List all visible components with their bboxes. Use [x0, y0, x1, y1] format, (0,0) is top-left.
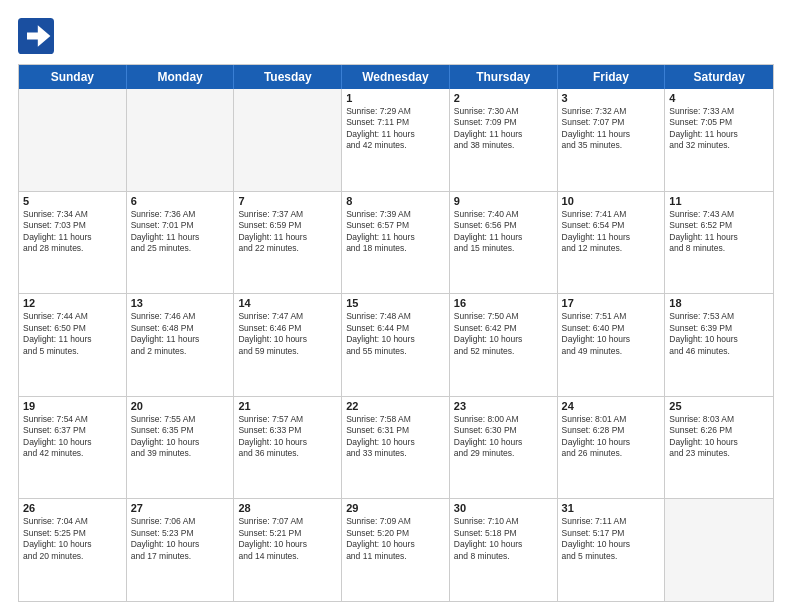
cell-line-2: Daylight: 10 hours — [562, 437, 661, 448]
cell-line-3: and 5 minutes. — [23, 346, 122, 357]
calendar-cell-13: 13Sunrise: 7:46 AMSunset: 6:48 PMDayligh… — [127, 294, 235, 396]
cell-line-3: and 25 minutes. — [131, 243, 230, 254]
weekday-header-sunday: Sunday — [19, 65, 127, 89]
cell-line-2: Daylight: 10 hours — [669, 437, 769, 448]
cell-line-2: Daylight: 11 hours — [669, 129, 769, 140]
cell-line-0: Sunrise: 7:06 AM — [131, 516, 230, 527]
calendar-cell-11: 11Sunrise: 7:43 AMSunset: 6:52 PMDayligh… — [665, 192, 773, 294]
cell-line-3: and 36 minutes. — [238, 448, 337, 459]
day-number: 19 — [23, 400, 122, 412]
cell-line-2: Daylight: 10 hours — [454, 539, 553, 550]
calendar-cell-24: 24Sunrise: 8:01 AMSunset: 6:28 PMDayligh… — [558, 397, 666, 499]
cell-line-3: and 29 minutes. — [454, 448, 553, 459]
cell-line-0: Sunrise: 7:48 AM — [346, 311, 445, 322]
day-number: 16 — [454, 297, 553, 309]
cell-line-2: Daylight: 10 hours — [346, 539, 445, 550]
weekday-header-wednesday: Wednesday — [342, 65, 450, 89]
cell-line-0: Sunrise: 7:51 AM — [562, 311, 661, 322]
cell-line-2: Daylight: 11 hours — [454, 129, 553, 140]
cell-line-0: Sunrise: 7:44 AM — [23, 311, 122, 322]
calendar-header: SundayMondayTuesdayWednesdayThursdayFrid… — [19, 65, 773, 89]
calendar-cell-29: 29Sunrise: 7:09 AMSunset: 5:20 PMDayligh… — [342, 499, 450, 601]
cell-line-2: Daylight: 11 hours — [562, 232, 661, 243]
calendar-cell-14: 14Sunrise: 7:47 AMSunset: 6:46 PMDayligh… — [234, 294, 342, 396]
cell-line-1: Sunset: 6:42 PM — [454, 323, 553, 334]
day-number: 15 — [346, 297, 445, 309]
day-number: 13 — [131, 297, 230, 309]
cell-line-0: Sunrise: 7:39 AM — [346, 209, 445, 220]
day-number: 7 — [238, 195, 337, 207]
cell-line-1: Sunset: 6:37 PM — [23, 425, 122, 436]
weekday-header-monday: Monday — [127, 65, 235, 89]
logo-icon — [18, 18, 54, 54]
cell-line-1: Sunset: 6:50 PM — [23, 323, 122, 334]
calendar-cell-21: 21Sunrise: 7:57 AMSunset: 6:33 PMDayligh… — [234, 397, 342, 499]
cell-line-1: Sunset: 6:59 PM — [238, 220, 337, 231]
cell-line-2: Daylight: 11 hours — [562, 129, 661, 140]
calendar-cell-20: 20Sunrise: 7:55 AMSunset: 6:35 PMDayligh… — [127, 397, 235, 499]
cell-line-3: and 8 minutes. — [454, 551, 553, 562]
cell-line-3: and 26 minutes. — [562, 448, 661, 459]
cell-line-0: Sunrise: 7:30 AM — [454, 106, 553, 117]
cell-line-0: Sunrise: 7:37 AM — [238, 209, 337, 220]
calendar-cell-4: 4Sunrise: 7:33 AMSunset: 7:05 PMDaylight… — [665, 89, 773, 191]
cell-line-3: and 17 minutes. — [131, 551, 230, 562]
cell-line-0: Sunrise: 7:34 AM — [23, 209, 122, 220]
day-number: 1 — [346, 92, 445, 104]
calendar-cell-22: 22Sunrise: 7:58 AMSunset: 6:31 PMDayligh… — [342, 397, 450, 499]
calendar-cell-5: 5Sunrise: 7:34 AMSunset: 7:03 PMDaylight… — [19, 192, 127, 294]
cell-line-0: Sunrise: 7:54 AM — [23, 414, 122, 425]
day-number: 29 — [346, 502, 445, 514]
cell-line-2: Daylight: 10 hours — [562, 334, 661, 345]
cell-line-0: Sunrise: 7:55 AM — [131, 414, 230, 425]
cell-line-1: Sunset: 6:28 PM — [562, 425, 661, 436]
cell-line-1: Sunset: 6:44 PM — [346, 323, 445, 334]
calendar-cell-23: 23Sunrise: 8:00 AMSunset: 6:30 PMDayligh… — [450, 397, 558, 499]
cell-line-2: Daylight: 11 hours — [346, 232, 445, 243]
cell-line-2: Daylight: 10 hours — [669, 334, 769, 345]
calendar-cell-30: 30Sunrise: 7:10 AMSunset: 5:18 PMDayligh… — [450, 499, 558, 601]
calendar-cell-19: 19Sunrise: 7:54 AMSunset: 6:37 PMDayligh… — [19, 397, 127, 499]
calendar-cell-28: 28Sunrise: 7:07 AMSunset: 5:21 PMDayligh… — [234, 499, 342, 601]
day-number: 9 — [454, 195, 553, 207]
cell-line-3: and 55 minutes. — [346, 346, 445, 357]
cell-line-0: Sunrise: 7:57 AM — [238, 414, 337, 425]
cell-line-0: Sunrise: 7:41 AM — [562, 209, 661, 220]
cell-line-1: Sunset: 7:03 PM — [23, 220, 122, 231]
cell-line-3: and 20 minutes. — [23, 551, 122, 562]
cell-line-0: Sunrise: 7:43 AM — [669, 209, 769, 220]
calendar-row-4: 26Sunrise: 7:04 AMSunset: 5:25 PMDayligh… — [19, 498, 773, 601]
cell-line-3: and 52 minutes. — [454, 346, 553, 357]
day-number: 20 — [131, 400, 230, 412]
calendar-cell-25: 25Sunrise: 8:03 AMSunset: 6:26 PMDayligh… — [665, 397, 773, 499]
cell-line-2: Daylight: 11 hours — [346, 129, 445, 140]
cell-line-0: Sunrise: 7:40 AM — [454, 209, 553, 220]
day-number: 23 — [454, 400, 553, 412]
cell-line-2: Daylight: 11 hours — [131, 334, 230, 345]
cell-line-1: Sunset: 7:11 PM — [346, 117, 445, 128]
day-number: 30 — [454, 502, 553, 514]
cell-line-0: Sunrise: 7:33 AM — [669, 106, 769, 117]
calendar: SundayMondayTuesdayWednesdayThursdayFrid… — [18, 64, 774, 602]
calendar-cell-3: 3Sunrise: 7:32 AMSunset: 7:07 PMDaylight… — [558, 89, 666, 191]
cell-line-0: Sunrise: 7:11 AM — [562, 516, 661, 527]
day-number: 11 — [669, 195, 769, 207]
cell-line-3: and 11 minutes. — [346, 551, 445, 562]
weekday-header-saturday: Saturday — [665, 65, 773, 89]
cell-line-3: and 8 minutes. — [669, 243, 769, 254]
cell-line-2: Daylight: 10 hours — [131, 539, 230, 550]
cell-line-0: Sunrise: 7:07 AM — [238, 516, 337, 527]
cell-line-2: Daylight: 11 hours — [23, 334, 122, 345]
cell-line-1: Sunset: 6:54 PM — [562, 220, 661, 231]
calendar-cell-16: 16Sunrise: 7:50 AMSunset: 6:42 PMDayligh… — [450, 294, 558, 396]
day-number: 17 — [562, 297, 661, 309]
cell-line-0: Sunrise: 8:03 AM — [669, 414, 769, 425]
calendar-cell-empty-0-1 — [127, 89, 235, 191]
cell-line-3: and 38 minutes. — [454, 140, 553, 151]
cell-line-1: Sunset: 5:17 PM — [562, 528, 661, 539]
cell-line-0: Sunrise: 7:32 AM — [562, 106, 661, 117]
calendar-cell-17: 17Sunrise: 7:51 AMSunset: 6:40 PMDayligh… — [558, 294, 666, 396]
cell-line-2: Daylight: 10 hours — [454, 334, 553, 345]
cell-line-3: and 39 minutes. — [131, 448, 230, 459]
cell-line-1: Sunset: 6:33 PM — [238, 425, 337, 436]
